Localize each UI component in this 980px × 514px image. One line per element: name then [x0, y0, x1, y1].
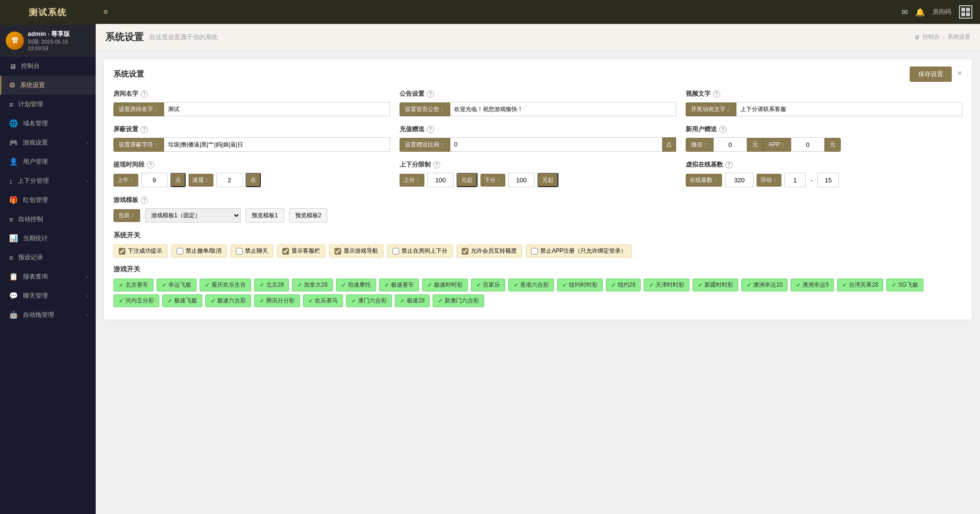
game-switch-22[interactable]: ✓ 欢乐赛马 — [303, 294, 343, 307]
game-switch-21[interactable]: ✓ 腾讯分分彩 — [254, 294, 300, 307]
game-switch-7[interactable]: ✓ 极速时时彩 — [422, 279, 468, 291]
sidebar-item-7[interactable]: 🎁 红包管理 — [0, 190, 96, 210]
game-switch-20[interactable]: ✓ 极速六合彩 — [205, 294, 251, 307]
room-code-label[interactable]: 房间码 — [933, 8, 951, 16]
game-switch-4[interactable]: ✓ 加拿大28 — [292, 279, 333, 291]
morning-unit[interactable]: 点 — [170, 173, 186, 187]
game-switch-15[interactable]: ✓ 澳洲幸运5 — [791, 279, 834, 291]
room-name-help[interactable]: ? — [141, 90, 148, 98]
sidebar-item-8[interactable]: ≡ 自动控制 — [0, 210, 96, 229]
system-switch-checkbox-6[interactable] — [462, 248, 468, 255]
sidebar-item-2[interactable]: ≡ 计划管理 — [0, 95, 96, 114]
game-switch-6[interactable]: ✓ 极速赛车 — [379, 279, 419, 291]
sidebar-item-4[interactable]: 🎮 游戏设置 › — [0, 133, 96, 152]
virtual-online-help[interactable]: ? — [725, 161, 733, 168]
system-switch-7[interactable]: 禁止APP注册（只允许绑定登录） — [526, 245, 632, 257]
morning-input[interactable] — [141, 173, 167, 187]
sidebar-item-9[interactable]: 📊 当期统计 — [0, 229, 96, 248]
close-button[interactable]: × — [957, 68, 962, 78]
game-switch-10[interactable]: ✓ 纽约时时彩 — [557, 279, 603, 291]
mail-icon[interactable]: ✉ — [902, 8, 908, 17]
announcement-input[interactable] — [450, 102, 676, 116]
breadcrumb-home[interactable]: 控制台 — [923, 33, 940, 41]
game-switch-24[interactable]: ✓ 极速28 — [395, 294, 430, 307]
shield-help[interactable]: ? — [141, 126, 148, 133]
video-text-input[interactable] — [736, 102, 962, 116]
game-switch-12[interactable]: ✓ 天津时时彩 — [644, 279, 690, 291]
game-switch-17[interactable]: ✓ SG飞艇 — [886, 279, 923, 291]
system-switch-label-5: 禁止在房间上下分 — [401, 247, 447, 255]
system-switch-1[interactable]: 禁止撤单/取消 — [171, 245, 227, 257]
game-switch-16[interactable]: ✓ 台湾宾果28 — [837, 279, 883, 291]
preview-template1-btn[interactable]: 预览模板1 — [245, 208, 284, 223]
system-switch-3[interactable]: 显示客服栏 — [277, 245, 325, 257]
system-switch-2[interactable]: 禁止聊天 — [231, 245, 273, 257]
game-switch-9[interactable]: ✓ 香港六合彩 — [508, 279, 554, 291]
wechat-input[interactable] — [713, 137, 747, 152]
preview-template2-btn[interactable]: 预览模板2 — [289, 208, 328, 223]
system-switch-4[interactable]: 显示游戏导航 — [329, 245, 383, 257]
game-switch-25[interactable]: ✓ 新澳门六合彩 — [433, 294, 484, 307]
game-switch-18[interactable]: ✓ 河内五分彩 — [113, 294, 159, 307]
sidebar-item-6[interactable]: ↕ 上下分管理 › — [0, 171, 96, 190]
menu-icon[interactable]: ≡ — [103, 8, 108, 16]
game-switch-19[interactable]: ✓ 极速飞艇 — [162, 294, 202, 307]
app-input[interactable] — [791, 137, 824, 152]
system-switch-6[interactable]: 允许会员互转额度 — [457, 245, 522, 257]
room-name-input[interactable] — [164, 102, 390, 116]
float-max-input[interactable] — [817, 173, 839, 187]
online-base-input[interactable] — [725, 173, 754, 187]
up-unit[interactable]: 元起 — [457, 173, 478, 187]
game-template-help[interactable]: ? — [141, 197, 148, 204]
dawn-input[interactable] — [216, 173, 243, 187]
game-switch-11[interactable]: ✓ 纽约28 — [606, 279, 641, 291]
bell-icon[interactable]: 🔔 — [915, 8, 925, 17]
float-min-input[interactable] — [784, 173, 806, 187]
recharge-unit-btn[interactable]: 点 — [662, 137, 676, 152]
down-input[interactable] — [508, 173, 535, 187]
game-switch-14[interactable]: ✓ 澳洲幸运10 — [741, 279, 788, 291]
sidebar-item-12[interactable]: 💬 聊天管理 › — [0, 286, 96, 305]
template-select[interactable]: 游戏模板1（固定） 游戏模板2 游戏模板3 — [145, 208, 241, 223]
app-title: 测试系统 — [0, 0, 96, 25]
dawn-unit[interactable]: 点 — [245, 173, 261, 187]
system-switch-checkbox-5[interactable] — [392, 248, 399, 255]
score-limit-help[interactable]: ? — [433, 161, 440, 168]
sidebar-item-0[interactable]: 🖥 控制台 — [0, 56, 96, 76]
system-switch-checkbox-0[interactable] — [119, 248, 125, 255]
sidebar-item-11[interactable]: 📋 报表查询 › — [0, 267, 96, 286]
game-switch-23[interactable]: ✓ 澳门六合彩 — [346, 294, 392, 307]
game-switch-5[interactable]: ✓ 劲速摩托 — [336, 279, 376, 291]
video-text-help[interactable]: ? — [713, 90, 720, 98]
game-switch-13[interactable]: ✓ 新疆时时彩 — [692, 279, 738, 291]
down-unit[interactable]: 元起 — [537, 173, 558, 187]
game-switch-8[interactable]: ✓ 百家乐 — [471, 279, 505, 291]
recharge-gift-help[interactable]: ? — [427, 126, 434, 133]
system-switch-checkbox-3[interactable] — [282, 248, 289, 255]
game-switch-1[interactable]: ✓ 幸运飞艇 — [156, 279, 197, 291]
save-button[interactable]: 保存设置 — [910, 67, 952, 82]
game-switch-3[interactable]: ✓ 北京28 — [254, 279, 289, 291]
recharge-gift-input[interactable] — [450, 137, 662, 152]
withdraw-time-help[interactable]: ? — [147, 161, 154, 168]
sidebar-item-10[interactable]: ≡ 预设记录 — [0, 248, 96, 267]
system-switch-0[interactable]: 下注成功提示 — [113, 245, 167, 257]
game-check-5: ✓ — [341, 282, 346, 289]
sidebar-item-5[interactable]: 👤 用户管理 — [0, 152, 96, 171]
system-switch-checkbox-1[interactable] — [177, 248, 183, 255]
sidebar-item-13[interactable]: 🤖 自动拖管理 › — [0, 305, 96, 324]
system-switch-checkbox-4[interactable] — [334, 248, 341, 255]
game-switch-0[interactable]: ✓ 北京赛车 — [113, 279, 154, 291]
system-switch-checkbox-7[interactable] — [531, 248, 538, 255]
shield-input[interactable] — [164, 137, 390, 152]
game-switch-2[interactable]: ✓ 重庆欢乐生肖 — [200, 279, 251, 291]
sidebar-item-3[interactable]: 🌐 域名管理 — [0, 114, 96, 133]
up-input[interactable] — [427, 173, 454, 187]
system-switch-5[interactable]: 禁止在房间上下分 — [387, 245, 453, 257]
announcement-help[interactable]: ? — [427, 90, 434, 98]
new-user-gift-help[interactable]: ? — [719, 126, 726, 133]
sidebar-icon-8: ≡ — [9, 215, 13, 223]
qr-code-icon[interactable] — [959, 5, 972, 19]
sidebar-item-1[interactable]: ⚙ 系统设置 — [0, 76, 96, 95]
system-switch-checkbox-2[interactable] — [236, 248, 243, 255]
